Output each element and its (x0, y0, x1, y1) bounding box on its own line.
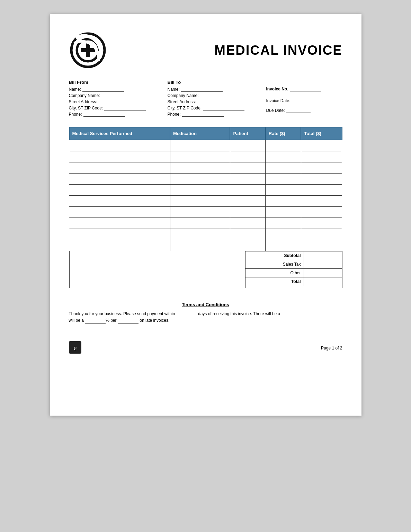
sales-tax-label: Sales Tax (245, 260, 304, 268)
table-row (69, 229, 342, 240)
bill-to-company: Company Name: (168, 93, 266, 98)
col-header-rate: Rate ($) (266, 127, 301, 140)
invoice-meta-col: Invoice No. Invoice Date: Due Date: (266, 80, 342, 118)
col-header-medication: Medication (170, 127, 230, 140)
header: MEDICAL INVOICE (69, 31, 342, 69)
bill-from-col: Bill From Name: Company Name: Street Add… (69, 80, 168, 118)
bill-to-col: Bill To Name: Company Name: Street Addre… (168, 80, 266, 118)
bill-to-city: City, ST ZIP Code: (168, 106, 266, 110)
table-row (69, 151, 342, 162)
total-row: Total (245, 277, 342, 286)
due-date-row: Due Date: (266, 108, 342, 113)
other-row: Other (245, 268, 342, 277)
other-label: Other (245, 269, 304, 277)
subtotal-row: Subtotal (245, 251, 342, 260)
terms-section: Terms and Conditions Thank you for your … (69, 302, 342, 324)
sales-tax-row: Sales Tax (245, 260, 342, 268)
due-date-label: Due Date: (266, 108, 285, 113)
table-row (69, 162, 342, 173)
bill-from-street: Street Address: (69, 99, 168, 104)
services-table: Medical Services Performed Medication Pa… (69, 127, 342, 251)
bill-from-name: Name: (69, 87, 168, 92)
invoice-no-label: Invoice No. (266, 87, 288, 91)
summary-section: Subtotal Sales Tax Other Total (69, 251, 342, 288)
terms-title: Terms and Conditions (69, 302, 342, 307)
billing-section: Bill From Name: Company Name: Street Add… (69, 80, 342, 118)
invoice-date-label: Invoice Date: (266, 98, 291, 103)
svg-rect-3 (81, 48, 95, 52)
table-row (69, 195, 342, 206)
footer-logo: e (69, 341, 81, 355)
invoice-page: MEDICAL INVOICE Bill From Name: Company … (50, 14, 361, 416)
footer: e Page 1 of 2 (69, 341, 342, 355)
col-header-services: Medical Services Performed (69, 127, 170, 140)
logo (69, 31, 107, 69)
bill-from-heading: Bill From (69, 80, 168, 85)
invoice-title: MEDICAL INVOICE (214, 43, 342, 57)
other-value (304, 269, 342, 277)
title-area: MEDICAL INVOICE (107, 43, 342, 58)
svg-text:e: e (73, 344, 77, 352)
bill-from-city: City, ST ZIP Code: (69, 106, 168, 110)
bill-from-phone: Phone: (69, 112, 168, 117)
table-row (69, 184, 342, 195)
table-row (69, 140, 342, 151)
bill-to-phone: Phone: (168, 112, 266, 117)
terms-body: Thank you for your business. Please send… (69, 311, 342, 324)
subtotal-value (304, 251, 342, 260)
footer-page: Page 1 of 2 (321, 346, 342, 351)
subtotal-label: Subtotal (245, 251, 304, 260)
col-header-total: Total ($) (301, 127, 342, 140)
summary-table: Subtotal Sales Tax Other Total (245, 251, 342, 288)
bill-from-company: Company Name: (69, 93, 168, 98)
table-row (69, 240, 342, 251)
total-label: Total (245, 277, 304, 286)
invoice-date-row: Invoice Date: (266, 98, 342, 103)
table-row (69, 218, 342, 229)
total-value (304, 277, 342, 286)
col-header-patient: Patient (230, 127, 265, 140)
bill-to-street: Street Address: (168, 99, 266, 104)
summary-spacer (70, 251, 245, 288)
bill-to-name: Name: (168, 87, 266, 92)
sales-tax-value (304, 260, 342, 268)
invoice-no-row: Invoice No. (266, 87, 342, 91)
bill-to-heading: Bill To (168, 80, 266, 85)
table-row (69, 173, 342, 184)
table-row (69, 206, 342, 218)
